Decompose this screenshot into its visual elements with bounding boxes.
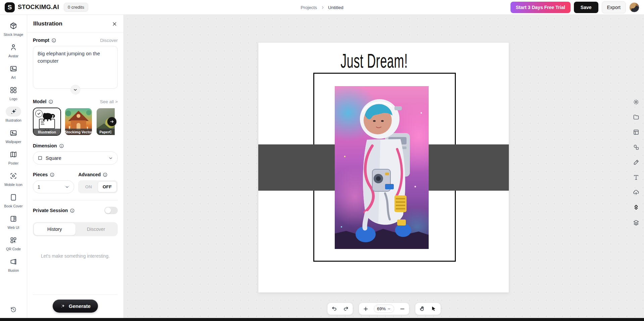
folder-icon[interactable]	[633, 114, 640, 121]
sidebar-item-book-cover[interactable]: Book Cover	[0, 190, 27, 211]
cloud-upload-icon[interactable]	[633, 189, 640, 196]
square-shape-icon	[38, 155, 43, 160]
chevron-right-icon	[320, 5, 325, 10]
sidebar-item-poster[interactable]: Poster	[0, 147, 27, 168]
advanced-on-option[interactable]: ON	[79, 181, 98, 192]
brand-logo[interactable]: S STOCKIMG.AI	[5, 2, 59, 12]
box-icon	[6, 21, 21, 31]
sparkles-icon	[6, 107, 21, 117]
history-icon[interactable]	[10, 306, 17, 313]
private-session-label: Private Session	[33, 208, 75, 213]
breadcrumb-projects[interactable]: Projects	[301, 5, 317, 10]
tab-history[interactable]: History	[34, 223, 75, 235]
assets-icon[interactable]	[633, 204, 640, 211]
save-button[interactable]: Save	[574, 2, 598, 13]
stockimg-logo-icon: S	[5, 2, 15, 12]
redo-icon[interactable]	[342, 306, 349, 312]
gear-icon[interactable]	[633, 99, 640, 106]
cursor-tool-icon[interactable]	[430, 306, 437, 312]
close-icon[interactable]	[112, 21, 117, 27]
brush-icon[interactable]	[633, 159, 640, 166]
prompt-input[interactable]: Big elephant jumping on the computer	[33, 46, 118, 89]
image-icon	[6, 64, 21, 74]
model-card-illustration[interactable]: Illustration	[33, 108, 61, 136]
hand-tool-icon[interactable]	[419, 306, 425, 312]
private-session-switch[interactable]	[104, 207, 118, 214]
info-icon[interactable]	[51, 38, 56, 43]
model-card-stockimg-vector[interactable]: Stockimg Vector	[64, 108, 93, 136]
chevron-down-icon[interactable]	[70, 85, 80, 94]
sidebar-item-illusion[interactable]: Illusion	[0, 254, 27, 275]
person-icon	[6, 42, 21, 52]
text-icon[interactable]	[633, 174, 640, 181]
layout-icon	[6, 214, 21, 224]
undo-redo-group	[327, 303, 353, 315]
breadcrumb-current: Untitled	[328, 5, 343, 10]
info-icon[interactable]	[103, 172, 108, 177]
panel-title: Illustration	[33, 20, 62, 27]
sparkles-icon	[60, 303, 66, 309]
free-trial-button[interactable]: Start 3 Days Free Trial	[511, 2, 571, 13]
sidebar-item-qr-code[interactable]: QR Code	[0, 233, 27, 254]
advanced-off-option[interactable]: OFF	[98, 181, 117, 192]
zoom-level-select[interactable]: 69%	[374, 305, 394, 313]
book-icon	[6, 192, 21, 202]
sidebar-item-art[interactable]: Art	[0, 61, 27, 82]
sidebar-item-logo[interactable]: Logo	[0, 82, 27, 104]
tab-discover[interactable]: Discover	[75, 223, 117, 235]
info-icon[interactable]	[48, 99, 53, 104]
top-bar: S STOCKIMG.AI 0 credits Projects Untitle…	[0, 0, 644, 15]
divider	[33, 200, 118, 200]
illustration-panel: Illustration Prompt Discover Big elephan…	[27, 15, 124, 318]
map-icon	[6, 149, 21, 159]
dimension-select[interactable]: Square	[33, 151, 118, 165]
generate-button[interactable]: Generate	[53, 300, 98, 313]
info-icon[interactable]	[50, 172, 55, 177]
model-card-list: Illustration Stocki	[33, 108, 118, 136]
sidebar-item-stock-image[interactable]: Stock Image	[0, 18, 27, 40]
chevron-down-icon	[65, 185, 69, 189]
right-tool-rail	[633, 99, 640, 226]
shapes-icon[interactable]	[633, 144, 640, 151]
scan-icon	[6, 171, 21, 181]
history-empty-text: Let's make something interesting.	[33, 254, 118, 259]
prism-icon	[6, 257, 21, 267]
dimension-value: Square	[46, 155, 61, 161]
sidebar-item-illustration[interactable]: Illustration	[0, 104, 27, 125]
export-button[interactable]: Export	[602, 1, 626, 13]
sidebar-item-mobile-icon[interactable]: Mobile Icon	[0, 168, 27, 190]
info-icon[interactable]	[59, 143, 64, 148]
sidebar-item-web-ui[interactable]: Web UI	[0, 211, 27, 233]
brand-name: STOCKIMG.AI	[18, 4, 59, 11]
zoom-level-value: 69%	[377, 306, 386, 311]
zoom-out-icon[interactable]	[399, 306, 405, 312]
artboard[interactable]: Just Dream!	[258, 43, 509, 293]
history-discover-tabs: History Discover	[33, 222, 118, 236]
arrow-right-icon[interactable]	[107, 117, 116, 126]
pieces-label: Pieces	[33, 172, 74, 177]
advanced-toggle: ON OFF	[78, 180, 118, 193]
dimension-label: Dimension	[33, 143, 118, 148]
model-label: Model	[33, 99, 53, 104]
breadcrumb: Projects Untitled	[301, 0, 343, 15]
sidebar-item-wallpaper[interactable]: Wallpaper	[0, 125, 27, 147]
credits-badge[interactable]: 0 credits	[64, 3, 88, 12]
canvas-title-text[interactable]: Just Dream!	[339, 49, 409, 72]
info-icon[interactable]	[70, 208, 75, 213]
user-avatar[interactable]	[629, 2, 639, 12]
prompt-discover-link[interactable]: Discover	[100, 38, 118, 43]
canvas-workspace[interactable]: Just Dream!	[124, 15, 644, 318]
zoom-group: 69%	[359, 303, 409, 315]
frame-icon[interactable]	[633, 129, 640, 136]
zoom-in-icon[interactable]	[363, 306, 369, 312]
check-icon	[35, 110, 43, 117]
pointer-group	[415, 303, 441, 315]
layers-icon[interactable]	[633, 219, 640, 226]
prompt-label: Prompt	[33, 38, 56, 43]
astronaut-image[interactable]	[335, 86, 429, 249]
model-see-all-link[interactable]: See all >	[100, 99, 118, 104]
bottom-scrollbar[interactable]	[0, 318, 644, 321]
undo-icon[interactable]	[331, 306, 337, 312]
sidebar-item-avatar[interactable]: Avatar	[0, 40, 27, 61]
pieces-select[interactable]: 1	[33, 180, 74, 193]
